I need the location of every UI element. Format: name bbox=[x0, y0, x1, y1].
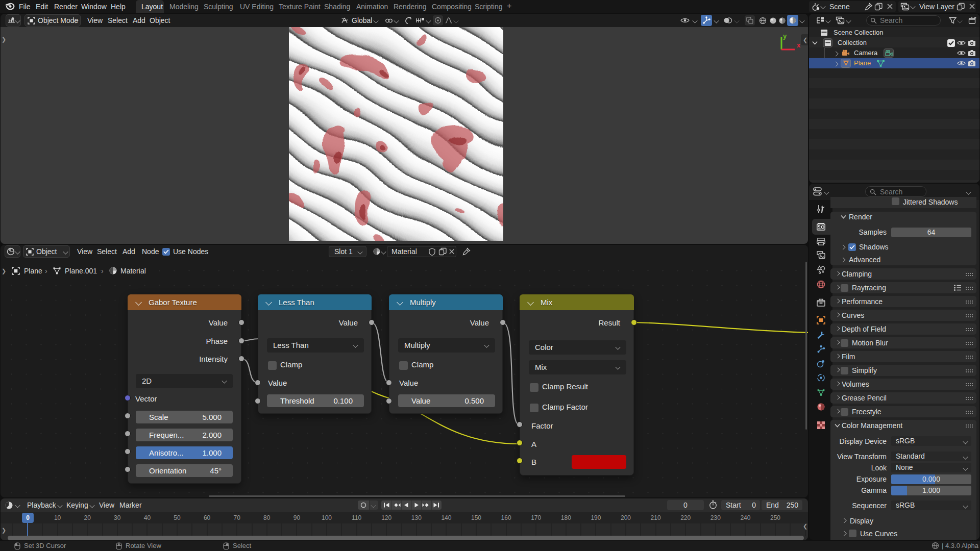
svg-text:y: y bbox=[783, 33, 787, 40]
svg-text:x: x bbox=[797, 41, 801, 49]
